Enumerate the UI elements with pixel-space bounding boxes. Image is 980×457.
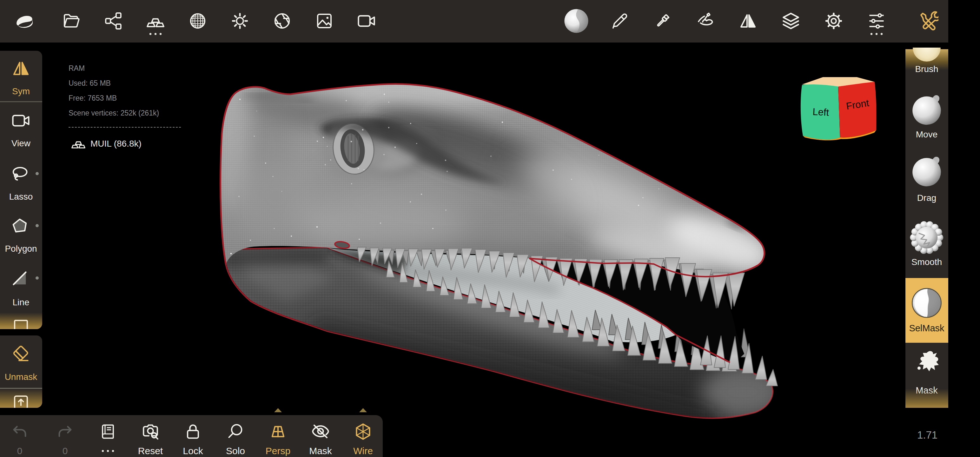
svg-text:Left: Left [813, 106, 830, 118]
